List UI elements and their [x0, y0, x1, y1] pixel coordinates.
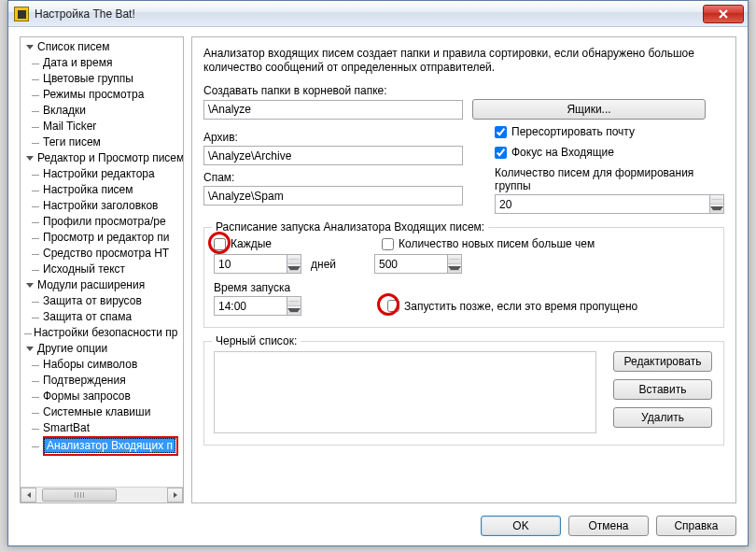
tree-item[interactable]: Настройка писем	[21, 182, 183, 198]
scroll-track[interactable]	[36, 488, 167, 502]
runtime-input[interactable]	[214, 296, 287, 316]
tree-group-editor[interactable]: Редактор и Просмотр писем	[21, 150, 183, 166]
cancel-button[interactable]: Отмена	[568, 516, 649, 536]
tree-item[interactable]: Профили просмотра/ре	[21, 214, 183, 230]
tree-item-analyzer[interactable]: Анализатор Входящих п	[21, 436, 183, 456]
tree-item[interactable]: Средство просмотра HT	[21, 246, 183, 262]
tree-item[interactable]: Подтверждения	[21, 373, 183, 389]
app-icon	[14, 7, 29, 21]
tree-item[interactable]: Формы запросов	[21, 389, 183, 404]
blacklist-fieldset: Черный список: Редактировать Вставить Уд…	[203, 341, 724, 446]
tree-group-plugins[interactable]: Модули расширения	[21, 277, 183, 293]
tree[interactable]: Список писем Дата и время Цветовые групп…	[21, 37, 183, 456]
spin-up-icon[interactable]	[287, 255, 301, 264]
tree-scrollbar[interactable]	[21, 487, 183, 502]
spin-up-icon[interactable]	[448, 255, 461, 264]
help-button[interactable]: Справка	[656, 516, 736, 536]
schedule-legend: Расписание запуска Анализатора Входящих …	[212, 220, 488, 234]
blacklist-legend: Черный список:	[212, 334, 301, 347]
tree-item[interactable]: Системные клавиши	[21, 404, 183, 420]
tree-item[interactable]: Теги писем	[21, 134, 183, 150]
settings-window: Настройка The Bat! Список писем Дата и в…	[7, 0, 749, 546]
every-checkbox[interactable]: Каждые	[214, 237, 372, 250]
tree-item[interactable]: Настройки редактора	[21, 166, 183, 182]
scroll-left-arrow[interactable]	[21, 488, 36, 502]
newcount-input[interactable]	[374, 254, 447, 274]
insert-button[interactable]: Вставить	[613, 379, 712, 400]
tree-item[interactable]: Просмотр и редактор пи	[21, 230, 183, 246]
mailboxes-button[interactable]: Ящики...	[472, 99, 706, 120]
tree-item-security[interactable]: Настройки безопасности пр	[21, 325, 183, 341]
days-unit: дней	[311, 258, 365, 271]
blacklist-textarea[interactable]	[214, 351, 596, 433]
tree-item[interactable]: Наборы символов	[21, 357, 183, 373]
group-count-label: Количество писем для формирования группы	[495, 166, 724, 192]
newcount-spin[interactable]	[374, 254, 462, 274]
body: Список писем Дата и время Цветовые групп…	[8, 27, 748, 545]
close-button[interactable]	[703, 5, 744, 23]
tree-item[interactable]: Защита от вирусов	[21, 293, 183, 309]
runtime-label: Время запуска	[214, 281, 714, 294]
caret-icon	[26, 347, 34, 351]
scroll-right-arrow[interactable]	[167, 488, 183, 502]
tree-item[interactable]: Цветовые группы	[21, 71, 183, 87]
close-icon	[719, 9, 728, 19]
archive-label: Архив:	[203, 131, 463, 144]
caret-icon	[26, 156, 34, 161]
spin-up-icon[interactable]	[287, 297, 301, 306]
spin-down-icon[interactable]	[287, 264, 301, 273]
create-folder-label: Создавать папки в корневой папке:	[203, 84, 724, 97]
window-title: Настройка The Bat!	[35, 7, 703, 21]
caret-icon	[26, 283, 34, 288]
description-text: Анализатор входящих писем создает папки …	[203, 47, 724, 75]
create-folder-input[interactable]	[203, 100, 463, 120]
schedule-fieldset: Расписание запуска Анализатора Входящих …	[203, 227, 724, 328]
right-panel: Анализатор входящих писем создает папки …	[191, 36, 736, 503]
runtime-spin[interactable]	[214, 296, 301, 316]
tree-item[interactable]: SmartBat	[21, 420, 183, 436]
spin-down-icon[interactable]	[287, 306, 301, 315]
spin-up-icon[interactable]	[710, 195, 723, 205]
group-count-input[interactable]	[495, 194, 709, 214]
tree-item[interactable]: Режимы просмотра	[21, 87, 183, 103]
tree-item[interactable]: Дата и время	[21, 55, 183, 71]
tree-item[interactable]: Вкладки	[21, 103, 183, 119]
tree-item[interactable]: Настройки заголовков	[21, 198, 183, 214]
tree-item[interactable]: Mail Ticker	[21, 119, 183, 134]
runlater-checkbox[interactable]: Запустить позже, если это время пропущен…	[387, 300, 637, 313]
edit-button[interactable]: Редактировать	[613, 351, 712, 372]
resort-checkbox[interactable]: Пересортировать почту	[495, 125, 724, 138]
tree-panel: Список писем Дата и время Цветовые групп…	[20, 36, 184, 503]
tree-group-messages[interactable]: Список писем	[21, 39, 183, 55]
spin-down-icon[interactable]	[710, 205, 723, 213]
focus-checkbox[interactable]: Фокус на Входящие	[495, 146, 724, 159]
group-count-spin[interactable]	[495, 194, 724, 214]
footer-buttons: OK Отмена Справка	[481, 516, 736, 536]
ok-button[interactable]: OK	[481, 516, 561, 536]
newcount-checkbox[interactable]: Количество новых писем больше чем	[382, 237, 595, 250]
tree-item[interactable]: Защита от спама	[21, 309, 183, 325]
days-spin[interactable]	[214, 254, 301, 274]
spin-down-icon[interactable]	[448, 264, 461, 273]
spam-label: Спам:	[203, 171, 463, 184]
titlebar[interactable]: Настройка The Bat!	[8, 1, 748, 27]
tree-item[interactable]: Исходный текст	[21, 262, 183, 277]
scroll-thumb[interactable]	[42, 488, 117, 502]
caret-icon	[26, 45, 34, 50]
days-input[interactable]	[214, 254, 287, 274]
delete-button[interactable]: Удалить	[613, 407, 712, 428]
spam-input[interactable]	[203, 186, 463, 205]
archive-input[interactable]	[203, 146, 463, 165]
tree-group-other[interactable]: Другие опции	[21, 341, 183, 357]
